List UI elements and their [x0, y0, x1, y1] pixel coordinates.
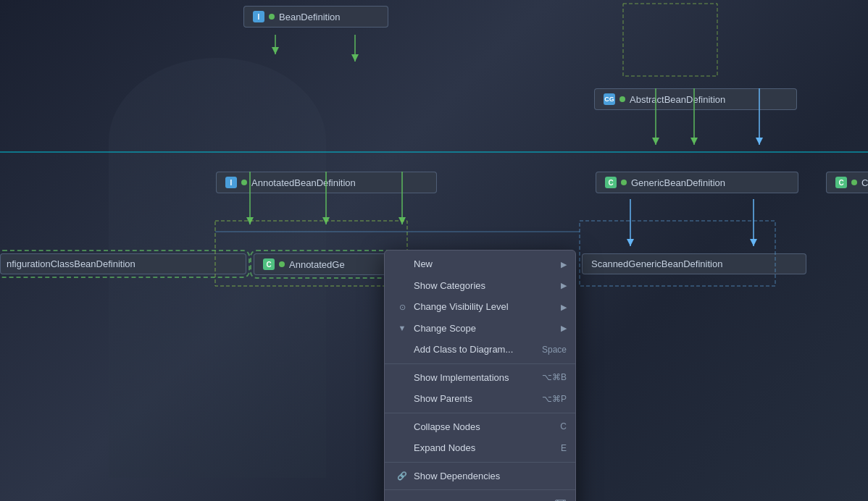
svg-marker-2: [272, 47, 279, 54]
menu-label-delete: Delete...: [414, 497, 448, 501]
node-icon-c: C: [263, 258, 275, 270]
menu-label-show-parents: Show Parents: [414, 392, 472, 406]
shortcut-expand: E: [561, 442, 567, 455]
node-dot: [269, 14, 275, 20]
menu-icon-show-categories: [396, 279, 408, 291]
node-label: AnnotatedGe: [289, 259, 345, 270]
menu-label-change-visibility: Change Visibility Level: [414, 300, 509, 314]
node-label-ch: Ch: [861, 177, 868, 188]
menu-item-show-categories[interactable]: Show Categories ▶: [385, 275, 575, 297]
filter-icon: ▼: [396, 322, 408, 334]
svg-marker-17: [398, 217, 406, 224]
node-dot: [279, 261, 285, 267]
svg-marker-15: [322, 217, 330, 224]
submenu-arrow: ▶: [561, 322, 567, 334]
svg-marker-4: [351, 54, 359, 62]
menu-icon-collapse: [396, 421, 408, 432]
node-dot: [241, 180, 247, 185]
svg-marker-9: [690, 138, 698, 145]
menu-label-new: New: [414, 257, 433, 271]
menu-label-change-scope: Change Scope: [414, 321, 476, 336]
node-icon-c: C: [605, 177, 617, 188]
submenu-arrow: ▶: [561, 279, 567, 292]
node-icon-c: C: [835, 177, 847, 188]
menu-item-delete[interactable]: Delete... ⌫: [385, 493, 575, 501]
node-ch-partial[interactable]: C Ch: [826, 172, 868, 193]
menu-item-show-dependencies[interactable]: 🔗 Show Dependencies: [385, 466, 575, 487]
node-configuration-class-bean-definition[interactable]: nfigurationClassBeanDefinition: [0, 253, 246, 274]
link-icon: 🔗: [396, 470, 408, 481]
menu-icon-expand: [396, 442, 408, 454]
svg-marker-7: [652, 138, 659, 145]
eye-icon: ⊙: [396, 301, 408, 313]
menu-divider-1: [385, 363, 575, 364]
node-label: AnnotatedBeanDefinition: [251, 177, 356, 188]
menu-label-show-dependencies: Show Dependencies: [414, 469, 500, 484]
menu-icon-show-parents: [396, 393, 408, 405]
svg-marker-13: [246, 217, 254, 224]
menu-item-new[interactable]: New ▶: [385, 253, 575, 275]
menu-item-expand-nodes[interactable]: Expand Nodes E: [385, 437, 575, 459]
node-icon-cg: CG: [604, 93, 615, 105]
node-annotated-bean-definition[interactable]: I AnnotatedBeanDefinition: [216, 172, 437, 193]
node-icon-i: I: [225, 177, 237, 188]
node-abstract-bean-definition[interactable]: CG AbstractBeanDefinition: [594, 88, 797, 110]
node-bean-definition[interactable]: I BeanDefinition: [243, 6, 388, 28]
node-label: AbstractBeanDefinition: [630, 94, 725, 105]
menu-label-show-categories: Show Categories: [414, 279, 485, 293]
node-scanned-generic-bean-definition[interactable]: ScannedGenericBeanDefinition: [582, 253, 806, 274]
shortcut-collapse: C: [560, 420, 567, 433]
submenu-arrow: ▶: [561, 301, 567, 313]
menu-item-show-implementations[interactable]: Show Implementations ⌥⌘B: [385, 367, 575, 389]
node-dot: [619, 96, 625, 102]
submenu-arrow: ▶: [561, 258, 567, 271]
menu-icon-delete: [396, 499, 408, 502]
node-label: nfigurationClassBeanDefinition: [7, 258, 135, 269]
svg-marker-21: [750, 239, 757, 246]
node-icon-i: I: [253, 11, 264, 22]
menu-item-show-parents[interactable]: Show Parents ⌥⌘P: [385, 388, 575, 410]
menu-label-show-implementations: Show Implementations: [414, 371, 509, 385]
shortcut-show-parents: ⌥⌘P: [542, 392, 567, 405]
shortcut-show-impl: ⌥⌘B: [542, 371, 567, 384]
menu-icon-new: [396, 258, 408, 270]
menu-icon-add-class: [396, 344, 408, 355]
menu-icon-show-impl: [396, 371, 408, 383]
menu-label-collapse-nodes: Collapse Nodes: [414, 420, 480, 434]
shortcut-add-class: Space: [542, 343, 567, 356]
menu-divider-2: [385, 413, 575, 413]
context-menu: New ▶ Show Categories ▶ ⊙ Change Visibil…: [384, 250, 576, 501]
menu-label-expand-nodes: Expand Nodes: [414, 441, 475, 455]
shortcut-delete: ⌫: [552, 497, 567, 501]
svg-rect-5: [623, 4, 717, 76]
node-label: ScannedGenericBeanDefinition: [591, 258, 722, 269]
menu-label-add-class: Add Class to Diagram...: [414, 342, 513, 357]
menu-divider-4: [385, 489, 575, 490]
node-annotated-ge[interactable]: C AnnotatedGe: [254, 253, 395, 275]
menu-item-collapse-nodes[interactable]: Collapse Nodes C: [385, 416, 575, 438]
menu-item-change-visibility[interactable]: ⊙ Change Visibility Level ▶: [385, 296, 575, 318]
node-label: GenericBeanDefinition: [631, 177, 725, 188]
menu-divider-3: [385, 462, 575, 463]
node-dot: [621, 180, 627, 185]
node-generic-bean-definition[interactable]: C GenericBeanDefinition: [596, 172, 798, 193]
menu-item-add-class[interactable]: Add Class to Diagram... Space: [385, 339, 575, 361]
node-dot: [851, 180, 857, 185]
svg-marker-11: [756, 138, 763, 145]
svg-marker-19: [627, 239, 634, 246]
node-label: BeanDefinition: [279, 12, 341, 22]
menu-item-change-scope[interactable]: ▼ Change Scope ▶: [385, 318, 575, 340]
